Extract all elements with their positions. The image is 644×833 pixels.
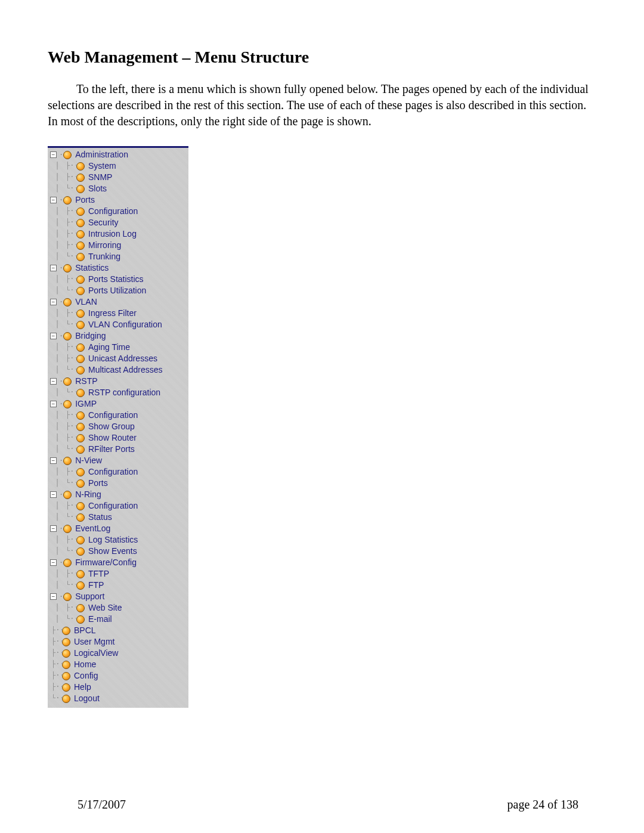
tree-item-web-site[interactable]: │├··Web Site bbox=[48, 602, 188, 614]
tree-item-ports[interactable]: │└··Ports bbox=[48, 478, 188, 489]
tree-item-help[interactable]: ├··Help bbox=[48, 682, 188, 693]
tree-item-label[interactable]: Home bbox=[74, 659, 96, 670]
tree-item-aging-time[interactable]: │├··Aging Time bbox=[48, 342, 188, 353]
tree-item-rfilter-ports[interactable]: │└··RFilter Ports bbox=[48, 444, 188, 455]
tree-item-ports-utilization[interactable]: │└··Ports Utilization bbox=[48, 285, 188, 296]
tree-item-label[interactable]: User Mgmt bbox=[74, 636, 114, 648]
tree-item-label[interactable]: Configuration bbox=[88, 500, 138, 512]
tree-item-home[interactable]: ├··Home bbox=[48, 659, 188, 670]
tree-item-administration[interactable]: −·Administration bbox=[48, 149, 188, 160]
tree-item-label[interactable]: LogicalView bbox=[74, 648, 118, 659]
tree-item-label[interactable]: Mirroring bbox=[88, 240, 121, 251]
tree-item-label[interactable]: RSTP bbox=[75, 376, 97, 387]
collapse-icon[interactable]: − bbox=[50, 593, 57, 600]
tree-item-label[interactable]: Trunking bbox=[88, 251, 120, 262]
collapse-icon[interactable]: − bbox=[50, 333, 57, 339]
tree-item-label[interactable]: Configuration bbox=[88, 466, 138, 478]
tree-item-log-statistics[interactable]: │├··Log Statistics bbox=[48, 534, 188, 546]
tree-item-label[interactable]: Web Site bbox=[88, 602, 122, 614]
tree-item-n-view[interactable]: −·N-View bbox=[48, 455, 188, 466]
tree-item-label[interactable]: Bridging bbox=[75, 330, 106, 342]
tree-item-ingress-filter[interactable]: │├··Ingress Filter bbox=[48, 308, 188, 319]
tree-item-slots[interactable]: │└··Slots bbox=[48, 183, 188, 194]
tree-item-e-mail[interactable]: │└··E-mail bbox=[48, 614, 188, 625]
tree-item-ftp[interactable]: │└··FTP bbox=[48, 580, 188, 591]
collapse-icon[interactable]: − bbox=[50, 457, 57, 464]
tree-item-rstp[interactable]: −·RSTP bbox=[48, 376, 188, 387]
tree-item-ports-statistics[interactable]: │├··Ports Statistics bbox=[48, 274, 188, 285]
tree-item-label[interactable]: Slots bbox=[88, 183, 107, 194]
tree-item-label[interactable]: N-Ring bbox=[75, 489, 101, 500]
tree-item-config[interactable]: ├··Config bbox=[48, 670, 188, 682]
tree-item-logicalview[interactable]: ├··LogicalView bbox=[48, 648, 188, 659]
tree-item-trunking[interactable]: │└··Trunking bbox=[48, 251, 188, 262]
tree-item-label[interactable]: N-View bbox=[75, 455, 102, 466]
tree-item-label[interactable]: Statistics bbox=[75, 262, 109, 274]
tree-item-label[interactable]: VLAN Configuration bbox=[88, 319, 162, 330]
tree-item-tftp[interactable]: │├··TFTP bbox=[48, 568, 188, 580]
collapse-icon[interactable]: − bbox=[50, 491, 57, 498]
tree-item-label[interactable]: RSTP configuration bbox=[88, 387, 160, 398]
tree-item-label[interactable]: TFTP bbox=[88, 568, 109, 580]
tree-item-label[interactable]: Ports Utilization bbox=[88, 285, 146, 296]
tree-item-unicast-addresses[interactable]: │├··Unicast Addresses bbox=[48, 353, 188, 364]
tree-item-multicast-addresses[interactable]: │└··Multicast Addresses bbox=[48, 364, 188, 376]
tree-item-n-ring[interactable]: −·N-Ring bbox=[48, 489, 188, 500]
tree-item-user-mgmt[interactable]: ├··User Mgmt bbox=[48, 636, 188, 648]
tree-item-label[interactable]: Administration bbox=[75, 149, 128, 160]
tree-item-label[interactable]: Configuration bbox=[88, 410, 138, 421]
tree-item-system[interactable]: │├··System bbox=[48, 160, 188, 172]
tree-item-label[interactable]: Show Events bbox=[88, 546, 137, 557]
tree-item-support[interactable]: −·Support bbox=[48, 591, 188, 602]
tree-item-vlan-configuration[interactable]: │└··VLAN Configuration bbox=[48, 319, 188, 330]
tree-item-label[interactable]: Multicast Addresses bbox=[88, 364, 163, 376]
tree-item-configuration[interactable]: │├··Configuration bbox=[48, 500, 188, 512]
tree-item-label[interactable]: Ports Statistics bbox=[88, 274, 144, 285]
tree-item-show-group[interactable]: │├··Show Group bbox=[48, 421, 188, 432]
tree-item-rstp-configuration[interactable]: │└··RSTP configuration bbox=[48, 387, 188, 398]
tree-item-configuration[interactable]: │├··Configuration bbox=[48, 206, 188, 217]
tree-item-label[interactable]: SNMP bbox=[88, 172, 112, 183]
tree-item-label[interactable]: Show Group bbox=[88, 421, 135, 432]
tree-item-label[interactable]: VLAN bbox=[75, 296, 97, 308]
tree-item-label[interactable]: EventLog bbox=[75, 523, 110, 534]
collapse-icon[interactable]: − bbox=[50, 378, 57, 385]
tree-item-label[interactable]: Ports bbox=[75, 194, 95, 206]
tree-item-label[interactable]: Intrusion Log bbox=[88, 228, 137, 240]
tree-item-label[interactable]: Aging Time bbox=[88, 342, 130, 353]
tree-item-label[interactable]: Ports bbox=[88, 478, 108, 489]
tree-item-label[interactable]: E-mail bbox=[88, 614, 112, 625]
collapse-icon[interactable]: − bbox=[50, 151, 57, 158]
tree-item-show-events[interactable]: │└··Show Events bbox=[48, 546, 188, 557]
tree-item-label[interactable]: Show Router bbox=[88, 432, 137, 444]
collapse-icon[interactable]: − bbox=[50, 265, 57, 271]
tree-item-firmware-config[interactable]: −·Firmware/Config bbox=[48, 557, 188, 568]
tree-item-label[interactable]: Configuration bbox=[88, 206, 138, 217]
collapse-icon[interactable]: − bbox=[50, 401, 57, 407]
tree-item-label[interactable]: Logout bbox=[74, 693, 100, 704]
collapse-icon[interactable]: − bbox=[50, 197, 57, 203]
tree-item-logout[interactable]: └··Logout bbox=[48, 693, 188, 704]
collapse-icon[interactable]: − bbox=[50, 299, 57, 305]
tree-item-configuration[interactable]: │├··Configuration bbox=[48, 410, 188, 421]
tree-item-intrusion-log[interactable]: │├··Intrusion Log bbox=[48, 228, 188, 240]
tree-item-eventlog[interactable]: −·EventLog bbox=[48, 523, 188, 534]
tree-item-label[interactable]: RFilter Ports bbox=[88, 444, 135, 455]
tree-item-label[interactable]: Ingress Filter bbox=[88, 308, 137, 319]
tree-item-label[interactable]: System bbox=[88, 160, 116, 172]
collapse-icon[interactable]: − bbox=[50, 525, 57, 532]
tree-item-snmp[interactable]: │├··SNMP bbox=[48, 172, 188, 183]
tree-item-label[interactable]: Unicast Addresses bbox=[88, 353, 157, 364]
tree-item-label[interactable]: Log Statistics bbox=[88, 534, 138, 546]
tree-item-show-router[interactable]: │├··Show Router bbox=[48, 432, 188, 444]
tree-item-ports[interactable]: −·Ports bbox=[48, 194, 188, 206]
tree-item-statistics[interactable]: −·Statistics bbox=[48, 262, 188, 274]
tree-item-label[interactable]: Help bbox=[74, 682, 91, 693]
tree-item-label[interactable]: Security bbox=[88, 217, 119, 228]
tree-item-label[interactable]: Status bbox=[88, 512, 112, 523]
tree-item-label[interactable]: FTP bbox=[88, 580, 104, 591]
tree-item-mirroring[interactable]: │├··Mirroring bbox=[48, 240, 188, 251]
tree-item-security[interactable]: │├··Security bbox=[48, 217, 188, 228]
tree-item-label[interactable]: IGMP bbox=[75, 398, 97, 410]
tree-item-configuration[interactable]: │├··Configuration bbox=[48, 466, 188, 478]
